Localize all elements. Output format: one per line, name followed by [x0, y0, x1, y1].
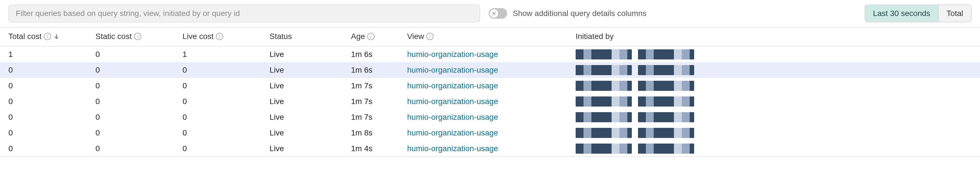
queries-table: Total cost i Static cost i Live cost i: [0, 27, 980, 157]
view-link[interactable]: humio-organization-usage: [407, 113, 498, 122]
info-icon[interactable]: i: [426, 33, 434, 40]
col-header-label: Initiated by: [576, 32, 614, 41]
info-icon[interactable]: i: [134, 33, 141, 40]
cell-total-cost: 0: [0, 62, 87, 78]
cell-total-cost: 0: [0, 94, 87, 109]
toggle-label: Show additional query details columns: [513, 9, 646, 18]
cell-age: 1m 6s: [342, 62, 399, 78]
initiated-by-redacted: [576, 96, 977, 107]
redacted-text: [576, 81, 632, 91]
initiated-by-redacted: [576, 128, 977, 138]
table-row[interactable]: 000Live1m 6shumio-organization-usage: [0, 62, 980, 78]
cell-static-cost: 0: [87, 109, 174, 125]
redacted-text: [638, 112, 694, 122]
view-link[interactable]: humio-organization-usage: [407, 144, 498, 153]
redacted-text: [576, 112, 632, 122]
cell-initiated-by: [567, 125, 980, 141]
col-header-view[interactable]: View i: [399, 27, 567, 46]
info-icon[interactable]: i: [44, 33, 51, 40]
cell-static-cost: 0: [87, 46, 174, 62]
cell-view: humio-organization-usage: [399, 141, 567, 157]
cell-view: humio-organization-usage: [399, 125, 567, 141]
cell-initiated-by: [567, 94, 980, 109]
toggle-knob: [490, 9, 498, 18]
col-header-total-cost[interactable]: Total cost i: [0, 27, 87, 46]
cell-initiated-by: [567, 141, 980, 157]
redacted-text: [576, 49, 632, 60]
cell-status: Live: [261, 46, 342, 62]
col-header-initiated-by[interactable]: Initiated by: [567, 27, 980, 46]
cell-static-cost: 0: [87, 62, 174, 78]
cell-total-cost: 0: [0, 125, 87, 141]
col-header-static-cost[interactable]: Static cost i: [87, 27, 174, 46]
cell-view: humio-organization-usage: [399, 62, 567, 78]
cell-age: 1m 6s: [342, 46, 399, 62]
cell-static-cost: 0: [87, 94, 174, 109]
initiated-by-redacted: [576, 144, 977, 154]
cell-live-cost: 0: [174, 62, 261, 78]
cell-status: Live: [261, 109, 342, 125]
redacted-text: [576, 65, 632, 75]
col-header-status[interactable]: Status: [261, 27, 342, 46]
cell-live-cost: 0: [174, 125, 261, 141]
cell-age: 1m 7s: [342, 109, 399, 125]
toggle-additional-columns: Show additional query details columns: [488, 8, 646, 19]
cell-total-cost: 0: [0, 78, 87, 94]
view-link[interactable]: humio-organization-usage: [407, 81, 498, 90]
cell-age: 1m 8s: [342, 125, 399, 141]
col-header-live-cost[interactable]: Live cost i: [174, 27, 261, 46]
view-link[interactable]: humio-organization-usage: [407, 50, 498, 58]
view-link[interactable]: humio-organization-usage: [407, 128, 498, 137]
cell-view: humio-organization-usage: [399, 109, 567, 125]
cell-view: humio-organization-usage: [399, 78, 567, 94]
view-link[interactable]: humio-organization-usage: [407, 66, 498, 74]
initiated-by-redacted: [576, 112, 977, 122]
info-icon[interactable]: i: [367, 33, 375, 40]
col-header-age[interactable]: Age i: [342, 27, 399, 46]
cell-initiated-by: [567, 46, 980, 62]
cell-status: Live: [261, 62, 342, 78]
last-30-seconds-button[interactable]: Last 30 seconds: [865, 5, 938, 22]
table-header-row: Total cost i Static cost i Live cost i: [0, 27, 980, 46]
table-row[interactable]: 101Live1m 6shumio-organization-usage: [0, 46, 980, 62]
cell-view: humio-organization-usage: [399, 46, 567, 62]
redacted-text: [576, 144, 632, 154]
cell-initiated-by: [567, 78, 980, 94]
table-row[interactable]: 000Live1m 7shumio-organization-usage: [0, 109, 980, 125]
redacted-text: [638, 65, 694, 75]
table-row[interactable]: 000Live1m 4shumio-organization-usage: [0, 141, 980, 157]
table-row[interactable]: 000Live1m 7shumio-organization-usage: [0, 94, 980, 109]
initiated-by-redacted: [576, 65, 977, 75]
cell-live-cost: 0: [174, 109, 261, 125]
cell-status: Live: [261, 141, 342, 157]
cell-total-cost: 1: [0, 46, 87, 62]
cell-total-cost: 0: [0, 109, 87, 125]
cell-status: Live: [261, 78, 342, 94]
col-header-label: Status: [270, 32, 292, 41]
time-range-group: Last 30 seconds Total: [865, 5, 972, 22]
col-header-label: Age: [351, 32, 365, 41]
cell-initiated-by: [567, 109, 980, 125]
total-button[interactable]: Total: [938, 5, 971, 22]
col-header-label: Static cost: [95, 32, 132, 41]
cell-view: humio-organization-usage: [399, 94, 567, 109]
cell-live-cost: 0: [174, 78, 261, 94]
col-header-label: Live cost: [183, 32, 214, 41]
cell-total-cost: 0: [0, 141, 87, 157]
view-link[interactable]: humio-organization-usage: [407, 97, 498, 106]
cell-age: 1m 4s: [342, 141, 399, 157]
cell-static-cost: 0: [87, 78, 174, 94]
cell-live-cost: 0: [174, 94, 261, 109]
cell-age: 1m 7s: [342, 94, 399, 109]
table-row[interactable]: 000Live1m 7shumio-organization-usage: [0, 78, 980, 94]
filter-input[interactable]: [8, 5, 480, 22]
cell-age: 1m 7s: [342, 78, 399, 94]
cell-live-cost: 0: [174, 141, 261, 157]
redacted-text: [638, 128, 694, 138]
info-icon[interactable]: i: [216, 33, 223, 40]
cell-live-cost: 1: [174, 46, 261, 62]
toggle-switch[interactable]: [488, 8, 507, 19]
redacted-text: [638, 96, 694, 107]
table-row[interactable]: 000Live1m 8shumio-organization-usage: [0, 125, 980, 141]
cell-static-cost: 0: [87, 141, 174, 157]
